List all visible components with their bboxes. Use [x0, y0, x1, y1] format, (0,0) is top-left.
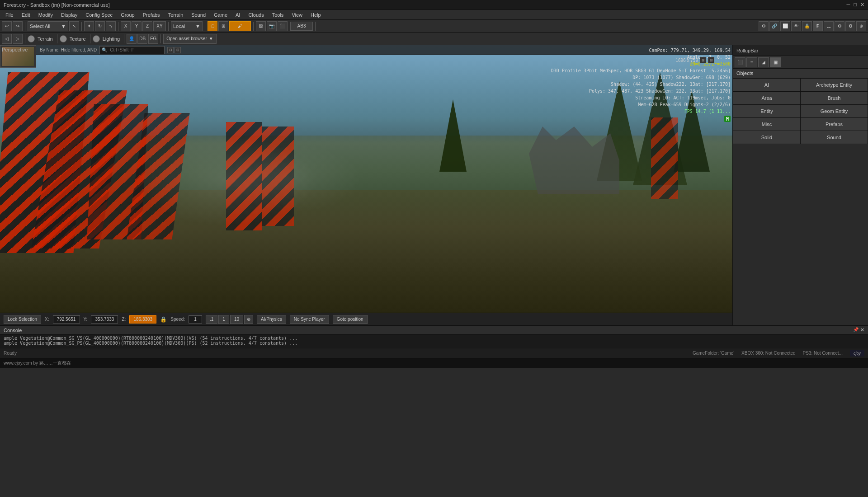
forward-btn[interactable]: ▷ [13, 34, 23, 44]
lighting-mode-btn[interactable] [93, 35, 100, 42]
db-btn[interactable]: DB [137, 34, 147, 44]
axis-y-btn[interactable]: Y [132, 21, 142, 31]
obj-brush-btn[interactable]: Brush [801, 92, 868, 104]
fg-btn[interactable]: FG [148, 34, 158, 44]
filter-search-input[interactable] [108, 46, 162, 55]
undo-btn[interactable]: ↩ [2, 21, 12, 31]
obj-geom-entity-btn[interactable]: Geom Entity [801, 105, 868, 117]
speed-10-btn[interactable]: 10 [230, 315, 243, 324]
menu-game[interactable]: Game [210, 11, 231, 19]
coord-system-dropdown[interactable]: Local ▼ [171, 21, 203, 31]
separator5 [205, 22, 205, 31]
toolbar1: ↩ ↪ Select All ▼ ↖ ✦ ↻ ⤡ X Y Z XY Local … [0, 20, 868, 33]
grid-btn[interactable]: ⊞ [218, 21, 228, 31]
terrain-tool-btn[interactable]: ⬡ [208, 21, 217, 31]
z-coord-input[interactable] [129, 315, 156, 324]
y-label: Y: [84, 317, 88, 322]
menu-group[interactable]: Group [117, 11, 138, 19]
ai-physics-btn[interactable]: AI/Physics [257, 315, 286, 324]
viewport[interactable]: Perspective By Name, Hide filtered, AND … [0, 45, 732, 325]
obj-sound-btn[interactable]: Sound [801, 131, 868, 144]
cjoy-watermark: cjoy [854, 351, 861, 356]
menu-tools[interactable]: Tools [269, 11, 288, 19]
resolution-reset-btn[interactable]: ⊟ [708, 57, 714, 63]
window-title: Forest.cry - Sandbox (tm) [Non-commercia… [4, 2, 110, 8]
select-all-dropdown[interactable]: Select All ▼ [28, 21, 68, 31]
no-sync-player-btn[interactable]: No Sync Player [290, 315, 329, 324]
menu-view[interactable]: View [288, 11, 306, 19]
rotate-btn[interactable]: ↻ [95, 21, 105, 31]
link-btn[interactable]: ⛓ [256, 21, 266, 31]
lock-btn[interactable]: 🔒 [802, 21, 812, 31]
axis-xy-btn[interactable]: XY [153, 21, 166, 31]
back-btn[interactable]: ◁ [2, 34, 12, 44]
menu-terrain[interactable]: Terrain [165, 11, 187, 19]
menu-prefabs[interactable]: Prefabs [139, 11, 164, 19]
axis-z-btn[interactable]: Z [142, 21, 152, 31]
open-asset-btn[interactable]: Open asset browser ▼ [163, 34, 216, 44]
y-coord-input[interactable] [91, 315, 118, 324]
speed-input[interactable] [189, 315, 202, 324]
viewport-resize-btn1[interactable]: ⊟ [167, 47, 174, 53]
toolbar2: ◁ ▷ Terrain Texture Lighting 👤 DB FG Ope… [0, 33, 868, 45]
obj-archetype-entity-btn[interactable]: Archetype Entity [801, 79, 868, 91]
select-btn[interactable]: ↖ [69, 21, 79, 31]
move-btn[interactable]: ✦ [84, 21, 94, 31]
speed-icon-btn[interactable]: ⊕ [244, 315, 253, 324]
scale-btn[interactable]: ⤡ [106, 21, 116, 31]
viewport-resize-btn2[interactable]: ⊞ [175, 47, 181, 53]
sep-t2-5 [160, 34, 161, 43]
obj-prefabs-btn[interactable]: Prefabs [801, 118, 868, 131]
settings-btn[interactable]: ⚙ [835, 21, 844, 31]
menu-modify[interactable]: Modify [35, 11, 57, 19]
axis-x-btn[interactable]: X [121, 21, 131, 31]
panel-tab-objects[interactable]: ⬛ [735, 57, 745, 67]
restore-btn[interactable]: □ [854, 2, 857, 8]
menu-sound[interactable]: Sound [188, 11, 209, 19]
redo-btn[interactable]: ↪ [13, 21, 23, 31]
menu-ai[interactable]: AI [232, 11, 244, 19]
panel-tab-terrain[interactable]: ◢ [758, 57, 769, 67]
console-line-1: ample Vegetation@Common_SG_VS(GL_4000000… [4, 336, 864, 341]
menu-edit[interactable]: Edit [18, 11, 34, 19]
lock-selection-btn[interactable]: Lock Selection [4, 315, 41, 324]
f-btn[interactable]: F [813, 21, 823, 31]
extra-btn[interactable]: ⊕ [856, 21, 866, 31]
menu-file[interactable]: File [2, 11, 17, 19]
paint-btn[interactable]: 🖌 [229, 21, 251, 31]
x-coord-input[interactable] [53, 315, 80, 324]
resolution-expand-btn[interactable]: ⊞ [700, 57, 706, 63]
obj-misc-btn[interactable]: Misc [733, 118, 800, 131]
speed-dec-btn[interactable]: .1 [206, 315, 217, 324]
minimize-btn[interactable]: ─ [847, 2, 850, 8]
speed-1-btn[interactable]: 1 [218, 315, 229, 324]
goto-position-btn[interactable]: Goto position [333, 315, 368, 324]
ab3-input[interactable] [290, 22, 313, 31]
texture-mode-btn[interactable] [60, 35, 67, 42]
website-watermark: www.cjoy.com by 路……一直都在 [4, 360, 71, 366]
person-btn[interactable]: 👤 [127, 34, 137, 44]
snap-btn[interactable]: 🔗 [769, 21, 779, 31]
menu-config-spec[interactable]: Config Spec [82, 11, 116, 19]
menu-help[interactable]: Help [307, 11, 325, 19]
console-close-btn[interactable]: ✕ [860, 327, 864, 333]
menu-display[interactable]: Display [57, 11, 81, 19]
physics-btn[interactable]: ⚙ [759, 21, 769, 31]
console-pin-btn[interactable]: 📌 [853, 327, 859, 333]
panel-tab-layers[interactable]: ≡ [746, 57, 757, 67]
terrain-mode-btn[interactable] [28, 35, 35, 42]
view-btn[interactable]: 👁 [791, 21, 801, 31]
layers-btn[interactable]: ⬛ [278, 21, 288, 31]
obj-ai-btn[interactable]: AI [733, 79, 800, 91]
obj-solid-btn[interactable]: Solid [733, 131, 800, 144]
config-btn[interactable]: ⚙ [845, 21, 855, 31]
search-icon: 🔍 [102, 47, 107, 52]
obj-area-btn[interactable]: Area [733, 92, 800, 104]
camera-btn[interactable]: 📷 [267, 21, 277, 31]
menu-clouds[interactable]: Clouds [245, 11, 267, 19]
render-btn[interactable]: ⬜ [780, 21, 790, 31]
close-btn[interactable]: ✕ [860, 2, 864, 8]
obj-entity-btn[interactable]: Entity [733, 105, 800, 117]
panel-tab-active[interactable]: ▣ [770, 57, 781, 67]
display2-btn[interactable]: ⚏ [824, 21, 834, 31]
